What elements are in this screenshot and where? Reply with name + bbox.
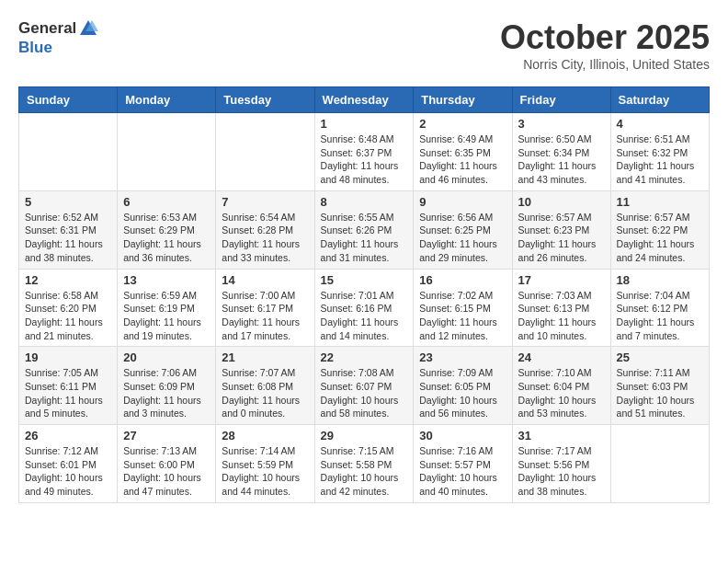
day-number: 25 [617,350,703,364]
calendar-week-row: 1Sunrise: 6:48 AM Sunset: 6:37 PM Daylig… [19,113,710,191]
day-info: Sunrise: 7:11 AM Sunset: 6:03 PM Dayligh… [617,366,703,420]
title-block: October 2025 Norris City, Illinois, Unit… [500,18,710,72]
day-number: 15 [321,273,408,287]
day-number: 8 [321,195,408,209]
calendar-week-row: 5Sunrise: 6:52 AM Sunset: 6:31 PM Daylig… [19,190,710,269]
day-info: Sunrise: 6:59 AM Sunset: 6:19 PM Dayligh… [123,289,210,343]
calendar-cell: 10Sunrise: 6:57 AM Sunset: 6:23 PM Dayli… [512,190,610,269]
calendar-cell: 7Sunrise: 6:54 AM Sunset: 6:28 PM Daylig… [216,190,314,269]
weekday-header: Sunday [19,87,118,113]
day-info: Sunrise: 6:55 AM Sunset: 6:26 PM Dayligh… [321,211,408,265]
day-info: Sunrise: 7:00 AM Sunset: 6:17 PM Dayligh… [222,289,308,343]
day-number: 21 [222,350,308,364]
day-number: 17 [518,273,605,287]
calendar-cell: 24Sunrise: 7:10 AM Sunset: 6:04 PM Dayli… [512,347,610,425]
day-number: 27 [123,429,210,442]
calendar-cell: 8Sunrise: 6:55 AM Sunset: 6:26 PM Daylig… [314,190,414,269]
calendar-cell: 2Sunrise: 6:49 AM Sunset: 6:35 PM Daylig… [414,113,512,191]
calendar-cell: 15Sunrise: 7:01 AM Sunset: 6:16 PM Dayli… [314,269,414,347]
calendar-cell: 4Sunrise: 6:51 AM Sunset: 6:32 PM Daylig… [610,113,709,191]
calendar-cell [216,113,314,191]
day-info: Sunrise: 7:08 AM Sunset: 6:07 PM Dayligh… [321,366,408,420]
day-number: 16 [419,273,506,287]
calendar-cell: 6Sunrise: 6:53 AM Sunset: 6:29 PM Daylig… [118,190,216,269]
calendar-cell: 18Sunrise: 7:04 AM Sunset: 6:12 PM Dayli… [610,269,709,347]
day-info: Sunrise: 6:56 AM Sunset: 6:25 PM Dayligh… [419,211,506,265]
calendar-cell: 25Sunrise: 7:11 AM Sunset: 6:03 PM Dayli… [610,347,709,425]
calendar-cell: 17Sunrise: 7:03 AM Sunset: 6:13 PM Dayli… [512,269,610,347]
day-info: Sunrise: 6:48 AM Sunset: 6:37 PM Dayligh… [321,132,408,187]
day-info: Sunrise: 6:53 AM Sunset: 6:29 PM Dayligh… [123,211,210,265]
calendar-cell: 23Sunrise: 7:09 AM Sunset: 6:05 PM Dayli… [414,347,512,425]
day-number: 13 [123,273,210,287]
calendar-cell: 30Sunrise: 7:16 AM Sunset: 5:57 PM Dayli… [414,425,512,503]
day-info: Sunrise: 7:13 AM Sunset: 6:00 PM Dayligh… [123,444,210,499]
day-info: Sunrise: 7:07 AM Sunset: 6:08 PM Dayligh… [222,366,308,420]
day-info: Sunrise: 6:52 AM Sunset: 6:31 PM Dayligh… [25,211,111,265]
day-info: Sunrise: 6:58 AM Sunset: 6:20 PM Dayligh… [25,289,111,343]
day-number: 31 [518,429,605,442]
day-number: 3 [518,117,605,131]
day-number: 29 [321,429,408,442]
day-info: Sunrise: 7:06 AM Sunset: 6:09 PM Dayligh… [123,366,210,420]
calendar-week-row: 26Sunrise: 7:12 AM Sunset: 6:01 PM Dayli… [19,425,710,503]
day-info: Sunrise: 6:50 AM Sunset: 6:34 PM Dayligh… [518,132,605,187]
day-number: 14 [222,273,308,287]
calendar-cell: 1Sunrise: 6:48 AM Sunset: 6:37 PM Daylig… [314,113,414,191]
day-number: 20 [123,350,210,364]
day-info: Sunrise: 7:02 AM Sunset: 6:15 PM Dayligh… [419,289,506,343]
calendar-cell: 14Sunrise: 7:00 AM Sunset: 6:17 PM Dayli… [216,269,314,347]
calendar-cell: 22Sunrise: 7:08 AM Sunset: 6:07 PM Dayli… [314,347,414,425]
calendar-table: SundayMondayTuesdayWednesdayThursdayFrid… [18,86,710,503]
logo-icon [78,18,98,39]
day-number: 7 [222,195,308,209]
calendar-cell: 16Sunrise: 7:02 AM Sunset: 6:15 PM Dayli… [414,269,512,347]
calendar-cell: 3Sunrise: 6:50 AM Sunset: 6:34 PM Daylig… [512,113,610,191]
day-info: Sunrise: 7:05 AM Sunset: 6:11 PM Dayligh… [25,366,111,420]
weekday-header: Monday [118,87,216,113]
day-info: Sunrise: 6:51 AM Sunset: 6:32 PM Dayligh… [617,132,703,187]
day-number: 12 [25,273,111,287]
weekday-header: Tuesday [216,87,314,113]
logo-blue: Blue [18,39,52,56]
day-info: Sunrise: 7:12 AM Sunset: 6:01 PM Dayligh… [25,444,111,499]
day-number: 10 [518,195,605,209]
logo: General Blue [18,18,98,57]
day-info: Sunrise: 6:57 AM Sunset: 6:23 PM Dayligh… [518,211,605,265]
calendar-cell: 26Sunrise: 7:12 AM Sunset: 6:01 PM Dayli… [19,425,118,503]
calendar-cell [19,113,118,191]
day-info: Sunrise: 7:14 AM Sunset: 5:59 PM Dayligh… [222,444,308,499]
calendar-cell: 20Sunrise: 7:06 AM Sunset: 6:09 PM Dayli… [118,347,216,425]
calendar-cell: 19Sunrise: 7:05 AM Sunset: 6:11 PM Dayli… [19,347,118,425]
weekday-header: Wednesday [314,87,414,113]
calendar-cell: 11Sunrise: 6:57 AM Sunset: 6:22 PM Dayli… [610,190,709,269]
day-info: Sunrise: 6:54 AM Sunset: 6:28 PM Dayligh… [222,211,308,265]
day-info: Sunrise: 7:16 AM Sunset: 5:57 PM Dayligh… [419,444,506,499]
day-info: Sunrise: 7:10 AM Sunset: 6:04 PM Dayligh… [518,366,605,420]
day-number: 1 [321,117,408,131]
calendar-cell: 5Sunrise: 6:52 AM Sunset: 6:31 PM Daylig… [19,190,118,269]
day-info: Sunrise: 7:03 AM Sunset: 6:13 PM Dayligh… [518,289,605,343]
day-number: 18 [617,273,703,287]
weekday-header: Saturday [610,87,709,113]
calendar-cell: 9Sunrise: 6:56 AM Sunset: 6:25 PM Daylig… [414,190,512,269]
page-header: General Blue October 2025 Norris City, I… [18,18,710,72]
day-number: 23 [419,350,506,364]
day-info: Sunrise: 6:49 AM Sunset: 6:35 PM Dayligh… [419,132,506,187]
calendar-cell [118,113,216,191]
calendar-cell: 27Sunrise: 7:13 AM Sunset: 6:00 PM Dayli… [118,425,216,503]
day-number: 11 [617,195,703,209]
day-number: 22 [321,350,408,364]
calendar-cell: 13Sunrise: 6:59 AM Sunset: 6:19 PM Dayli… [118,269,216,347]
day-number: 5 [25,195,111,209]
day-number: 2 [419,117,506,131]
calendar-cell: 12Sunrise: 6:58 AM Sunset: 6:20 PM Dayli… [19,269,118,347]
day-info: Sunrise: 7:01 AM Sunset: 6:16 PM Dayligh… [321,289,408,343]
calendar-week-row: 19Sunrise: 7:05 AM Sunset: 6:11 PM Dayli… [19,347,710,425]
calendar-cell: 21Sunrise: 7:07 AM Sunset: 6:08 PM Dayli… [216,347,314,425]
calendar-cell: 29Sunrise: 7:15 AM Sunset: 5:58 PM Dayli… [314,425,414,503]
day-number: 26 [25,429,111,442]
day-number: 24 [518,350,605,364]
day-info: Sunrise: 7:15 AM Sunset: 5:58 PM Dayligh… [321,444,408,499]
calendar-header-row: SundayMondayTuesdayWednesdayThursdayFrid… [19,87,710,113]
